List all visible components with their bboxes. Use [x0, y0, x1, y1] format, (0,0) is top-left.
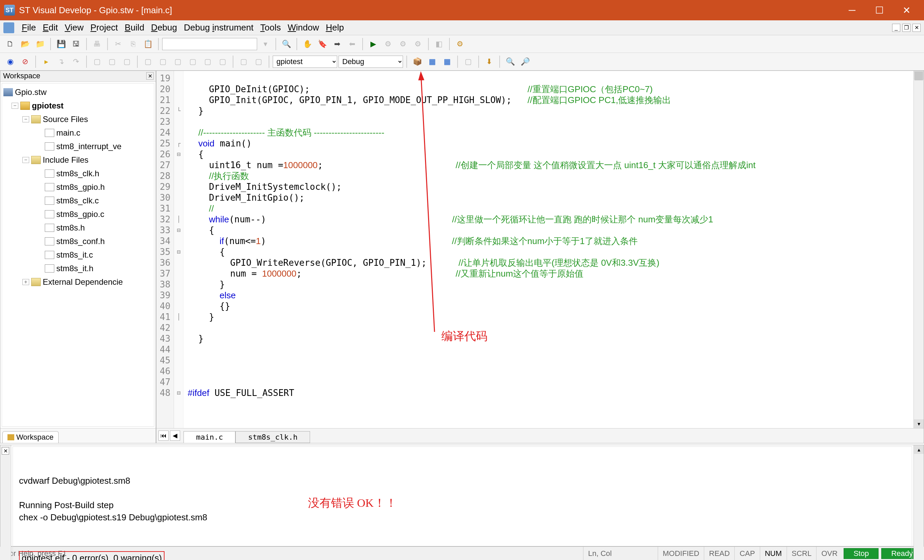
- save-all-icon[interactable]: 🖫: [69, 37, 83, 51]
- bookmark-next-icon[interactable]: ➡: [330, 37, 344, 51]
- expand-icon[interactable]: +: [22, 279, 29, 285]
- editor-tab-stm8s_clk-h[interactable]: stm8s_clk.h: [236, 431, 310, 443]
- minimize-button[interactable]: ─: [838, 0, 866, 20]
- download-icon[interactable]: ⬇: [482, 55, 496, 69]
- output-vscrollbar[interactable]: ▴ ▾: [914, 445, 924, 560]
- tool-icon-d[interactable]: ◧: [432, 37, 446, 51]
- file-stm8s_conf-h[interactable]: stm8s_conf.h: [56, 235, 105, 248]
- run-icon[interactable]: ▸: [39, 55, 53, 69]
- workspace-close-icon[interactable]: ✕: [146, 72, 154, 80]
- config-select[interactable]: Debug: [339, 55, 403, 68]
- dbg-k-icon[interactable]: ▢: [252, 55, 265, 69]
- mdi-restore-icon[interactable]: ❐: [902, 24, 910, 32]
- step-over-icon[interactable]: ↷: [69, 55, 83, 69]
- collapse-icon[interactable]: −: [12, 103, 18, 109]
- file-stm8s_it-c[interactable]: stm8s_it.c: [56, 248, 93, 262]
- output-text[interactable]: cvdwarf Debug\gpiotest.sm8 Running Post-…: [12, 446, 912, 560]
- copy-icon[interactable]: ⎘: [126, 37, 140, 51]
- file-stm8s_gpio-c[interactable]: stm8s_gpio.c: [56, 207, 104, 221]
- paste-icon[interactable]: 📋: [141, 37, 154, 51]
- menu-view[interactable]: View: [62, 21, 87, 34]
- target-select[interactable]: gpiotest: [273, 55, 337, 68]
- fold-column[interactable]: └┌⊟│⊟⊟│⊟: [174, 71, 183, 428]
- collapse-icon[interactable]: −: [22, 157, 29, 163]
- mdi-close-icon[interactable]: ✕: [912, 24, 921, 32]
- bld-a-icon[interactable]: ▢: [461, 55, 475, 69]
- editor-tab-main-c[interactable]: main.c: [183, 431, 236, 443]
- tool-icon-b[interactable]: ⚙: [396, 37, 410, 51]
- menu-debug[interactable]: Debug: [148, 21, 180, 34]
- file-main-c[interactable]: main.c: [56, 126, 80, 140]
- view-a-icon[interactable]: 🔍: [503, 55, 517, 69]
- file-stm8s_gpio-h[interactable]: stm8s_gpio.h: [56, 180, 105, 194]
- mdi-minimize-icon[interactable]: _: [892, 24, 900, 32]
- step-into-icon[interactable]: ↴: [54, 55, 68, 69]
- scroll-up-icon[interactable]: ▴: [914, 445, 924, 454]
- find-combo[interactable]: [162, 38, 257, 50]
- settings-icon[interactable]: ⚙: [453, 37, 467, 51]
- menu-project[interactable]: Project: [88, 21, 121, 34]
- dbg-h-icon[interactable]: ▢: [201, 55, 214, 69]
- debug-stop-icon[interactable]: ⊘: [18, 55, 32, 69]
- dbg-d-icon[interactable]: ▢: [141, 55, 154, 69]
- hand-icon[interactable]: ✋: [300, 37, 314, 51]
- go-icon[interactable]: ▶: [366, 37, 380, 51]
- tool-icon-c[interactable]: ⚙: [411, 37, 424, 51]
- dbg-f-icon[interactable]: ▢: [171, 55, 184, 69]
- dbg-b-icon[interactable]: ▢: [105, 55, 119, 69]
- tab-nav-first-icon[interactable]: ⏮: [158, 431, 169, 441]
- find-next-icon[interactable]: ▾: [258, 37, 272, 51]
- open-workspace-icon[interactable]: 📁: [33, 37, 47, 51]
- menu-file[interactable]: File: [19, 21, 39, 34]
- menu-tools[interactable]: Tools: [258, 21, 284, 34]
- menu-build[interactable]: Build: [122, 21, 147, 34]
- include-files-folder[interactable]: Include Files: [43, 153, 88, 167]
- source-files-folder[interactable]: Source Files: [43, 112, 88, 126]
- open-file-icon[interactable]: 📂: [18, 37, 32, 51]
- file-stm8s_clk-c[interactable]: stm8s_clk.c: [56, 194, 99, 207]
- output-close-icon[interactable]: ✕: [2, 447, 9, 455]
- dbg-e-icon[interactable]: ▢: [156, 55, 170, 69]
- rebuild-icon[interactable]: ▦: [440, 55, 454, 69]
- menu-help[interactable]: Help: [323, 21, 346, 34]
- print-icon[interactable]: 🖶: [90, 37, 104, 51]
- output-panel: ✕ Output cvdwarf Debug\gpiotest.sm8 Runn…: [0, 445, 924, 547]
- menu-edit[interactable]: Edit: [40, 21, 61, 34]
- debug-start-icon[interactable]: ◉: [3, 55, 17, 69]
- compile-icon[interactable]: 📦: [411, 55, 424, 69]
- dbg-c-icon[interactable]: ▢: [120, 55, 134, 69]
- close-button[interactable]: ✕: [893, 0, 920, 20]
- tool-icon-a[interactable]: ⚙: [381, 37, 395, 51]
- workspace-root[interactable]: Gpio.stw: [15, 85, 46, 99]
- bookmark-toggle-icon[interactable]: 🔖: [315, 37, 329, 51]
- editor-vscrollbar[interactable]: ▴ ▾: [914, 71, 924, 428]
- collapse-icon[interactable]: −: [22, 116, 29, 122]
- external-deps-folder[interactable]: External Dependencie: [43, 275, 123, 289]
- build-icon[interactable]: ▦: [425, 55, 439, 69]
- file-stm8s_it-h[interactable]: stm8s_it.h: [56, 262, 93, 275]
- save-icon[interactable]: 💾: [54, 37, 68, 51]
- dbg-j-icon[interactable]: ▢: [237, 55, 250, 69]
- project-node[interactable]: gpiotest: [32, 99, 63, 112]
- view-b-icon[interactable]: 🔎: [518, 55, 532, 69]
- find-in-files-icon[interactable]: 🔍: [279, 37, 293, 51]
- bookmark-prev-icon[interactable]: ⬅: [345, 37, 359, 51]
- maximize-button[interactable]: ☐: [866, 0, 893, 20]
- workspace-tab[interactable]: Workspace: [2, 431, 58, 443]
- workspace-tree[interactable]: Gpio.stw −gpiotest −Source Files main.cs…: [2, 83, 154, 427]
- menu-debug-instrument[interactable]: Debug instrument: [181, 21, 256, 34]
- dbg-a-icon[interactable]: ▢: [90, 55, 104, 69]
- dbg-i-icon[interactable]: ▢: [216, 55, 229, 69]
- app-menu-icon[interactable]: [3, 22, 14, 33]
- cut-icon[interactable]: ✂: [111, 37, 125, 51]
- tab-nav-prev-icon[interactable]: ◀: [170, 431, 180, 441]
- dbg-g-icon[interactable]: ▢: [186, 55, 200, 69]
- file-stm8_interrupt_ve[interactable]: stm8_interrupt_ve: [56, 140, 122, 153]
- file-stm8s_clk-h[interactable]: stm8s_clk.h: [56, 167, 99, 180]
- code-area[interactable]: GPIO_DeInit(GPIOC); //重置端口GPIOC（包括PC0~7)…: [183, 71, 914, 428]
- scroll-down-icon[interactable]: ▾: [914, 419, 924, 428]
- file-stm8s-h[interactable]: stm8s.h: [56, 221, 85, 235]
- scroll-thumb[interactable]: [915, 72, 923, 80]
- new-file-icon[interactable]: 🗋: [3, 37, 17, 51]
- menu-window[interactable]: Window: [285, 21, 322, 34]
